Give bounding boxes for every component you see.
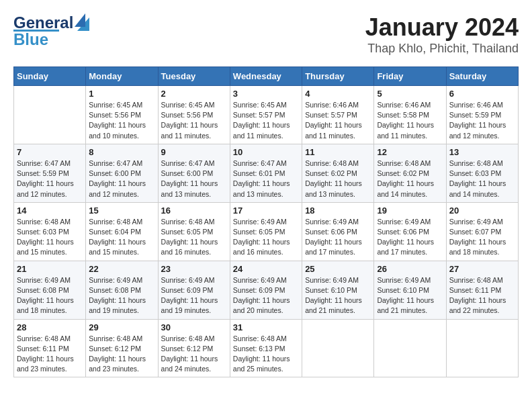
calendar-cell [302, 319, 374, 377]
day-number: 16 [161, 205, 227, 216]
day-number: 1 [89, 89, 154, 99]
day-number: 19 [377, 205, 443, 216]
day-info: Sunrise: 6:46 AM Sunset: 5:57 PM Dayligh… [305, 100, 371, 141]
calendar-cell [14, 86, 86, 144]
calendar-cell: 5Sunrise: 6:46 AM Sunset: 5:58 PM Daylig… [374, 86, 446, 144]
day-number: 4 [305, 89, 371, 99]
header-friday: Friday [374, 67, 446, 86]
day-number: 29 [89, 322, 154, 332]
day-info: Sunrise: 6:49 AM Sunset: 6:09 PM Dayligh… [161, 275, 227, 316]
day-number: 3 [233, 89, 299, 99]
day-info: Sunrise: 6:48 AM Sunset: 6:04 PM Dayligh… [89, 217, 154, 258]
day-number: 24 [233, 264, 299, 274]
header-tuesday: Tuesday [158, 67, 230, 86]
day-number: 31 [233, 322, 299, 332]
day-number: 11 [305, 147, 371, 157]
calendar-cell: 28Sunrise: 6:48 AM Sunset: 6:11 PM Dayli… [14, 319, 86, 377]
day-info: Sunrise: 6:49 AM Sunset: 6:09 PM Dayligh… [233, 275, 299, 316]
day-info: Sunrise: 6:48 AM Sunset: 6:03 PM Dayligh… [449, 158, 515, 199]
calendar-cell: 14Sunrise: 6:48 AM Sunset: 6:03 PM Dayli… [14, 202, 86, 261]
calendar-cell [374, 319, 446, 377]
header-monday: Monday [86, 67, 158, 86]
page-header: General Blue January 2024 Thap Khlo, Phi… [13, 13, 519, 56]
calendar-cell: 4Sunrise: 6:46 AM Sunset: 5:57 PM Daylig… [302, 86, 374, 144]
calendar-cell: 16Sunrise: 6:48 AM Sunset: 6:05 PM Dayli… [158, 202, 230, 261]
day-info: Sunrise: 6:45 AM Sunset: 5:56 PM Dayligh… [161, 100, 227, 141]
day-number: 10 [233, 147, 299, 157]
day-number: 21 [17, 264, 83, 274]
day-number: 13 [449, 147, 515, 157]
svg-marker-1 [75, 13, 85, 27]
day-info: Sunrise: 6:46 AM Sunset: 5:59 PM Dayligh… [449, 100, 515, 141]
day-number: 22 [89, 264, 154, 274]
calendar-header-row: SundayMondayTuesdayWednesdayThursdayFrid… [14, 67, 519, 86]
day-info: Sunrise: 6:46 AM Sunset: 5:58 PM Dayligh… [377, 100, 443, 141]
calendar-cell: 6Sunrise: 6:46 AM Sunset: 5:59 PM Daylig… [446, 86, 518, 144]
day-number: 17 [233, 205, 299, 216]
calendar-cell: 26Sunrise: 6:49 AM Sunset: 6:10 PM Dayli… [374, 261, 446, 319]
calendar-cell: 29Sunrise: 6:48 AM Sunset: 6:12 PM Dayli… [86, 319, 158, 377]
day-info: Sunrise: 6:49 AM Sunset: 6:10 PM Dayligh… [305, 275, 371, 316]
day-info: Sunrise: 6:49 AM Sunset: 6:06 PM Dayligh… [377, 217, 443, 258]
day-info: Sunrise: 6:45 AM Sunset: 5:57 PM Dayligh… [233, 100, 299, 141]
day-number: 18 [305, 205, 371, 216]
day-info: Sunrise: 6:47 AM Sunset: 6:00 PM Dayligh… [89, 158, 154, 199]
day-number: 26 [377, 264, 443, 274]
day-info: Sunrise: 6:49 AM Sunset: 6:07 PM Dayligh… [449, 217, 515, 258]
calendar-cell: 8Sunrise: 6:47 AM Sunset: 6:00 PM Daylig… [86, 144, 158, 202]
calendar-week-1: 1Sunrise: 6:45 AM Sunset: 5:56 PM Daylig… [14, 86, 519, 144]
day-number: 25 [305, 264, 371, 274]
day-number: 23 [161, 264, 227, 274]
calendar-cell: 12Sunrise: 6:48 AM Sunset: 6:02 PM Dayli… [374, 144, 446, 202]
header-sunday: Sunday [14, 67, 86, 86]
calendar-cell: 23Sunrise: 6:49 AM Sunset: 6:09 PM Dayli… [158, 261, 230, 319]
day-info: Sunrise: 6:45 AM Sunset: 5:56 PM Dayligh… [89, 100, 154, 141]
day-info: Sunrise: 6:47 AM Sunset: 5:59 PM Dayligh… [17, 158, 83, 199]
page-title: January 2024 [365, 13, 519, 42]
calendar-cell: 11Sunrise: 6:48 AM Sunset: 6:02 PM Dayli… [302, 144, 374, 202]
calendar-cell: 21Sunrise: 6:49 AM Sunset: 6:08 PM Dayli… [14, 261, 86, 319]
title-block: January 2024 Thap Khlo, Phichit, Thailan… [365, 13, 519, 56]
day-info: Sunrise: 6:48 AM Sunset: 6:11 PM Dayligh… [449, 275, 515, 316]
header-saturday: Saturday [446, 67, 518, 86]
calendar-body: 1Sunrise: 6:45 AM Sunset: 5:56 PM Daylig… [14, 86, 519, 377]
day-number: 9 [161, 147, 227, 157]
day-info: Sunrise: 6:47 AM Sunset: 6:01 PM Dayligh… [233, 158, 299, 199]
calendar-cell: 27Sunrise: 6:48 AM Sunset: 6:11 PM Dayli… [446, 261, 518, 319]
calendar-cell: 2Sunrise: 6:45 AM Sunset: 5:56 PM Daylig… [158, 86, 230, 144]
calendar-cell: 31Sunrise: 6:48 AM Sunset: 6:13 PM Dayli… [230, 319, 302, 377]
calendar-cell: 20Sunrise: 6:49 AM Sunset: 6:07 PM Dayli… [446, 202, 518, 261]
day-info: Sunrise: 6:49 AM Sunset: 6:08 PM Dayligh… [89, 275, 154, 316]
calendar-cell: 25Sunrise: 6:49 AM Sunset: 6:10 PM Dayli… [302, 261, 374, 319]
calendar-cell: 13Sunrise: 6:48 AM Sunset: 6:03 PM Dayli… [446, 144, 518, 202]
calendar-week-4: 21Sunrise: 6:49 AM Sunset: 6:08 PM Dayli… [14, 261, 519, 319]
calendar-week-5: 28Sunrise: 6:48 AM Sunset: 6:11 PM Dayli… [14, 319, 519, 377]
day-number: 6 [449, 89, 515, 99]
calendar-cell: 18Sunrise: 6:49 AM Sunset: 6:06 PM Dayli… [302, 202, 374, 261]
calendar-week-2: 7Sunrise: 6:47 AM Sunset: 5:59 PM Daylig… [14, 144, 519, 202]
header-wednesday: Wednesday [230, 67, 302, 86]
day-info: Sunrise: 6:48 AM Sunset: 6:13 PM Dayligh… [233, 334, 299, 375]
logo: General Blue [13, 13, 89, 49]
day-info: Sunrise: 6:49 AM Sunset: 6:06 PM Dayligh… [305, 217, 371, 258]
day-number: 15 [89, 205, 154, 216]
calendar-cell: 3Sunrise: 6:45 AM Sunset: 5:57 PM Daylig… [230, 86, 302, 144]
logo-blue: Blue [13, 30, 48, 49]
day-info: Sunrise: 6:49 AM Sunset: 6:08 PM Dayligh… [17, 275, 83, 316]
day-info: Sunrise: 6:49 AM Sunset: 6:05 PM Dayligh… [233, 217, 299, 258]
day-number: 14 [17, 205, 83, 216]
calendar-table: SundayMondayTuesdayWednesdayThursdayFrid… [13, 66, 519, 377]
calendar-cell: 7Sunrise: 6:47 AM Sunset: 5:59 PM Daylig… [14, 144, 86, 202]
calendar-cell: 15Sunrise: 6:48 AM Sunset: 6:04 PM Dayli… [86, 202, 158, 261]
day-number: 5 [377, 89, 443, 99]
day-number: 2 [161, 89, 227, 99]
calendar-cell: 10Sunrise: 6:47 AM Sunset: 6:01 PM Dayli… [230, 144, 302, 202]
calendar-cell: 9Sunrise: 6:47 AM Sunset: 6:00 PM Daylig… [158, 144, 230, 202]
day-info: Sunrise: 6:48 AM Sunset: 6:02 PM Dayligh… [377, 158, 443, 199]
day-number: 12 [377, 147, 443, 157]
day-info: Sunrise: 6:47 AM Sunset: 6:00 PM Dayligh… [161, 158, 227, 199]
calendar-cell: 17Sunrise: 6:49 AM Sunset: 6:05 PM Dayli… [230, 202, 302, 261]
day-info: Sunrise: 6:48 AM Sunset: 6:12 PM Dayligh… [161, 334, 227, 375]
day-number: 20 [449, 205, 515, 216]
calendar-cell: 24Sunrise: 6:49 AM Sunset: 6:09 PM Dayli… [230, 261, 302, 319]
